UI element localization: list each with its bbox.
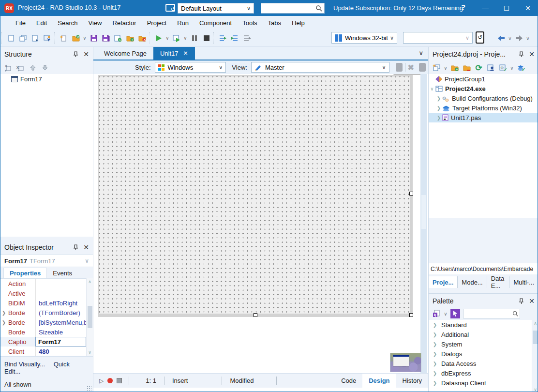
pin-icon[interactable] [73,244,78,251]
category-additional[interactable]: ❯Additional [429,330,538,339]
expand-icon[interactable]: ❯ [429,361,441,366]
menu-component[interactable]: Component [194,17,237,29]
category-datasnap-client[interactable]: ❯Datasnap Client [429,378,538,388]
form-designer[interactable] [93,74,428,373]
navigate-back-dropdown-icon[interactable]: ∨ [507,36,513,41]
category-dbexpress[interactable]: ❯dbExpress [429,368,538,378]
navigate-forward-icon[interactable] [513,32,525,45]
designed-form-client-area[interactable] [99,76,410,314]
resize-handle-right[interactable] [409,192,413,196]
property-row[interactable]: BiDiM bdLeftToRight [0,298,93,308]
add-file-icon[interactable]: + [124,32,136,45]
structure-item-form17[interactable]: Form17 [0,74,93,84]
expand-icon[interactable]: ❯ [0,310,7,316]
bind-visually-link[interactable]: Bind Visually... [4,361,45,368]
close-button[interactable]: ✕ [517,0,538,16]
component-mode-icon[interactable] [431,307,443,320]
new-project-dropdown-icon[interactable]: ∨ [443,65,448,71]
form-position-thumbnail[interactable] [390,353,421,372]
menu-project[interactable]: Project [142,17,172,29]
remove-from-project-icon[interactable] [461,61,473,74]
update-subscription-banner[interactable]: Update Subscription: Only 12 Days Remain… [333,4,463,12]
pin-icon[interactable] [519,298,524,304]
new-file-icon[interactable]: ✷ [58,32,70,45]
move-down-icon[interactable] [39,61,51,74]
expand-icon[interactable]: ❯ [435,106,442,111]
component-mode-dropdown-icon[interactable]: ∨ [443,311,448,317]
tab-projects[interactable]: Proje... [429,276,458,288]
category-dialogs[interactable]: ❯Dialogs [429,349,538,359]
menu-tools[interactable]: Tools [237,17,262,29]
menu-run[interactable]: Run [172,17,194,29]
play-outline-icon[interactable]: ▷ [99,377,104,384]
category-system[interactable]: ❯System [429,339,538,349]
open-file-dropdown-icon[interactable]: ∨ [82,35,88,41]
target-platform-combo[interactable]: Windows 32-bit ∨ [331,32,397,44]
trace-into-icon[interactable] [229,32,241,45]
property-value[interactable] [35,279,86,288]
close-panel-icon[interactable]: ✕ [83,243,89,251]
open-file-icon[interactable]: ↺ [70,32,82,45]
tab-model-view[interactable]: Mode... [458,276,487,288]
close-panel-icon[interactable]: ✕ [83,50,89,58]
designer-scrollbar-thumb[interactable] [421,195,426,229]
remove-file-icon[interactable]: ✕ [136,32,148,45]
expand-icon[interactable]: ❯ [429,371,441,376]
pin-icon[interactable] [519,51,524,58]
property-row[interactable]: Active [0,288,93,298]
stop-macro-icon[interactable] [117,378,122,383]
tab-unit17[interactable]: Unit17 ✕ [153,47,195,60]
menu-help[interactable]: Help [286,17,310,29]
build-config-user-icon[interactable] [485,61,497,74]
property-row[interactable]: Borde Sizeable [0,327,93,337]
project-options-icon[interactable]: ⚙✓ [497,61,509,74]
save-all-icon[interactable] [100,32,112,45]
run-dropdown-icon[interactable]: ∨ [164,35,170,41]
expand-icon[interactable]: ❯ [429,322,441,328]
tree-item-unit17[interactable]: ❯ Unit17.pas [429,113,538,122]
close-tab-icon[interactable]: ✕ [183,50,188,57]
new-window-icon[interactable] [17,32,29,45]
tree-item-target-platforms[interactable]: ❯ Target Platforms (Win32) [429,103,538,113]
resize-handle-bottom[interactable] [254,313,257,317]
palette-search-box[interactable] [463,309,520,318]
pin-icon[interactable] [73,51,78,58]
tab-data-explorer[interactable]: Data E... [487,276,510,288]
maximize-button[interactable]: ☐ [496,0,517,16]
palette-scrollbar-thumb[interactable] [533,331,538,344]
save-icon[interactable] [88,32,100,45]
menu-tabs[interactable]: Tabs [263,17,286,29]
style-combo[interactable]: Windows ∨ [155,62,226,73]
property-value[interactable] [35,288,86,298]
activate-platform-icon[interactable]: ✓ [515,61,527,74]
stop-icon[interactable] [200,32,212,45]
tab-properties[interactable]: Properties [3,268,47,278]
move-up-icon[interactable] [27,61,39,74]
property-grid-scrollbar[interactable]: ∧ ∨ [86,278,93,356]
expand-icon[interactable]: ❯ [435,96,442,101]
project-options-dropdown-icon[interactable]: ∨ [509,65,515,71]
expand-icon[interactable]: ❯ [429,351,441,357]
close-panel-icon[interactable]: ✕ [529,297,535,305]
open-project-icon[interactable] [41,32,53,45]
expand-icon[interactable]: ❯ [429,380,441,386]
scroll-down-icon[interactable]: ∨ [88,350,91,355]
desktop-layout-icon[interactable] [165,4,175,12]
menu-search[interactable]: Search [52,17,83,29]
expand-icon[interactable]: ❯ [0,320,7,325]
scrollbar-thumb[interactable] [88,306,92,328]
menu-file[interactable]: File [10,17,31,29]
menu-refactor[interactable]: Refactor [107,17,142,29]
new-project-icon[interactable]: ✷ [431,61,443,74]
target-device-combo[interactable]: ∨ [403,32,473,44]
help-button[interactable]: ? [461,3,465,11]
scroll-up-icon[interactable]: ∧ [534,321,537,326]
property-row[interactable]: ❯Borde [biSystemMenu,biM [0,317,93,327]
minimize-button[interactable]: — [475,0,496,16]
layout-combo[interactable]: Default Layout ∨ [178,3,254,14]
new-form-icon[interactable] [29,32,41,45]
device-manager-icon[interactable]: ↺ [476,31,484,44]
property-value[interactable]: (TFormBorder) [35,308,86,317]
tree-item-project-exe[interactable]: ∨ Project24.exe [429,84,538,93]
property-row[interactable]: ❯Borde (TFormBorder) [0,308,93,317]
